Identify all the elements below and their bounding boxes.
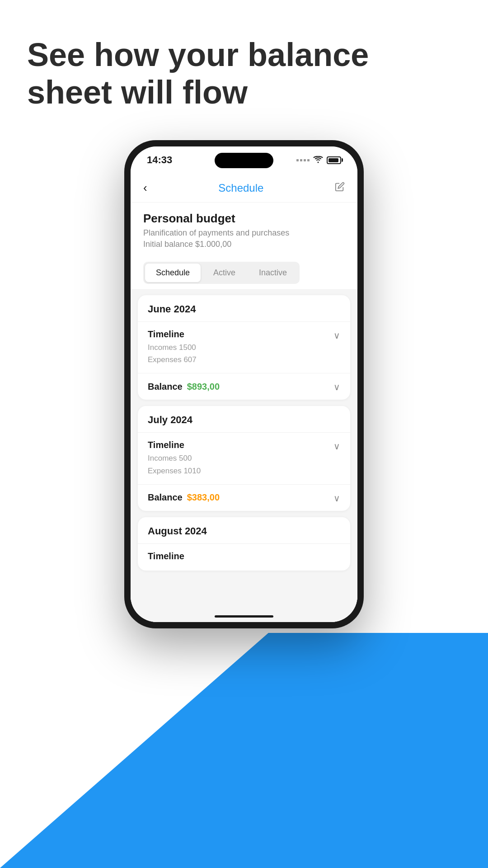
- budget-initial-balance: Initial balance $1.000,00: [143, 240, 345, 249]
- timeline-section-june: Timeline Incomes 1500 Expenses 607 ∨: [138, 322, 350, 373]
- home-indicator: [215, 615, 273, 618]
- chevron-timeline-june[interactable]: ∨: [333, 330, 340, 341]
- chevron-timeline-july[interactable]: ∨: [333, 441, 340, 452]
- balance-amount-june: $893,00: [187, 382, 220, 392]
- timeline-incomes-july: Incomes 500: [148, 452, 201, 464]
- tab-active[interactable]: Active: [202, 264, 246, 282]
- month-header-july: July 2024: [138, 406, 350, 433]
- hero-section: See how your balance sheet will flow: [27, 36, 461, 111]
- tabs-container: Schedule Active Inactive: [131, 256, 357, 290]
- status-icons: [296, 155, 341, 165]
- background-shape: [0, 633, 488, 868]
- chevron-balance-july[interactable]: ∨: [333, 493, 340, 504]
- dynamic-island: [215, 153, 273, 168]
- edit-button[interactable]: [335, 182, 345, 194]
- timeline-info-august: Timeline: [148, 551, 184, 563]
- hero-title: See how your balance sheet will flow: [27, 36, 461, 111]
- balance-label-june: Balance: [148, 382, 183, 392]
- budget-title: Personal budget: [143, 212, 345, 226]
- timeline-row-august: Timeline: [148, 551, 340, 563]
- timeline-row-june: Timeline Incomes 1500 Expenses 607 ∨: [148, 329, 340, 366]
- status-time: 14:33: [147, 154, 172, 166]
- scroll-content: June 2024 Timeline Incomes 1500 Expenses…: [131, 290, 357, 622]
- back-button[interactable]: ‹: [143, 181, 147, 195]
- wifi-icon: [313, 155, 323, 165]
- balance-row-july: Balance $383,00: [148, 492, 220, 503]
- timeline-section-august: Timeline: [138, 544, 350, 571]
- tab-inactive[interactable]: Inactive: [248, 264, 298, 282]
- timeline-expenses-june: Expenses 607: [148, 354, 197, 366]
- timeline-info-july: Timeline Incomes 500 Expenses 1010: [148, 440, 201, 476]
- month-name-july: July 2024: [148, 414, 340, 426]
- budget-header: Personal budget Planification of payment…: [131, 203, 357, 256]
- nav-title: Schedule: [218, 182, 263, 194]
- nav-bar: ‹ Schedule: [131, 174, 357, 203]
- timeline-row-july: Timeline Incomes 500 Expenses 1010 ∨: [148, 440, 340, 476]
- tab-schedule[interactable]: Schedule: [145, 264, 201, 282]
- timeline-info-june: Timeline Incomes 1500 Expenses 607: [148, 329, 197, 366]
- month-header-june: June 2024: [138, 295, 350, 322]
- balance-label-july: Balance: [148, 492, 183, 503]
- balance-section-july: Balance $383,00 ∨: [138, 485, 350, 511]
- phone-frame: 14:33: [124, 140, 364, 628]
- signal-icon: [296, 159, 310, 161]
- timeline-label-june: Timeline: [148, 329, 197, 340]
- month-name-june: June 2024: [148, 303, 340, 315]
- battery-icon: [327, 156, 341, 164]
- timeline-label-july: Timeline: [148, 440, 201, 450]
- month-card-august: August 2024 Timeline: [138, 517, 350, 571]
- month-header-august: August 2024: [138, 517, 350, 544]
- tabs: Schedule Active Inactive: [143, 262, 300, 284]
- chevron-balance-june[interactable]: ∨: [333, 382, 340, 392]
- balance-section-june: Balance $893,00 ∨: [138, 373, 350, 400]
- timeline-incomes-june: Incomes 1500: [148, 341, 197, 354]
- month-name-august: August 2024: [148, 525, 340, 537]
- balance-amount-july: $383,00: [187, 492, 220, 503]
- phone-mockup: 14:33: [124, 140, 364, 628]
- timeline-label-august: Timeline: [148, 551, 184, 561]
- month-card-july: July 2024 Timeline Incomes 500 Expenses …: [138, 406, 350, 510]
- phone-screen: 14:33: [131, 146, 357, 622]
- month-card-june: June 2024 Timeline Incomes 1500 Expenses…: [138, 295, 350, 400]
- balance-row-june: Balance $893,00: [148, 382, 220, 392]
- status-bar: 14:33: [131, 146, 357, 174]
- app-content: ‹ Schedule Personal budget Planification…: [131, 174, 357, 622]
- timeline-section-july: Timeline Incomes 500 Expenses 1010 ∨: [138, 433, 350, 484]
- timeline-expenses-july: Expenses 1010: [148, 465, 201, 477]
- budget-description: Planification of payments and purchases: [143, 228, 345, 238]
